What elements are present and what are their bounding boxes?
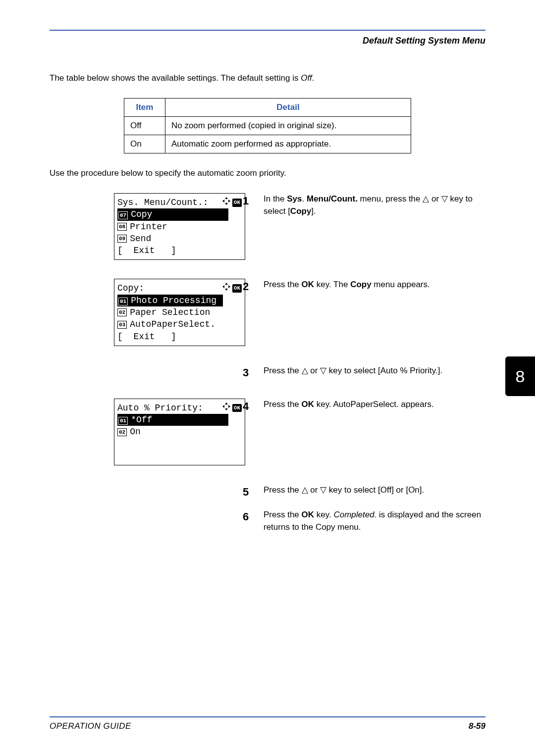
- lcd-row-selected: 01*Off: [117, 414, 228, 426]
- intro-italic: Off: [301, 73, 312, 83]
- triangle-down-icon: ▽: [320, 366, 326, 375]
- svg-marker-1: [225, 203, 228, 205]
- ok-icon: OK: [232, 284, 242, 293]
- svg-marker-0: [225, 197, 228, 199]
- step-5: 5 Press the △ or ▽ key to select [Off] o…: [243, 484, 485, 500]
- page-header-title: Default Setting System Menu: [50, 36, 485, 46]
- lcd-title: Sys. Menu/Count.:: [117, 197, 209, 208]
- step-3: 3 Press the △ or ▽ key to select [Auto %…: [243, 365, 485, 381]
- settings-table: Item Detail Off No zoom performed (copie…: [124, 98, 411, 153]
- procedure-text: Use the procedure below to specify the a…: [50, 168, 485, 178]
- nav-arrows-icon: [222, 197, 230, 208]
- intro-suffix: .: [312, 73, 315, 83]
- footer-rule: [50, 716, 485, 717]
- triangle-down-icon: ▽: [441, 194, 448, 203]
- cell-item: On: [124, 135, 165, 153]
- chapter-tab: 8: [505, 356, 535, 396]
- lcd-row-blank: [117, 450, 242, 462]
- footer-right: 8-59: [469, 721, 485, 731]
- lcd-exit: [ Exit ]: [117, 245, 242, 256]
- svg-marker-6: [222, 285, 224, 288]
- lcd-row: 02Paper Selection: [117, 306, 242, 318]
- th-item: Item: [124, 99, 165, 117]
- svg-marker-11: [228, 405, 230, 408]
- triangle-up-icon: △: [423, 194, 429, 203]
- footer-left: OPERATION GUIDE: [50, 721, 131, 731]
- cell-item: Off: [124, 117, 165, 135]
- triangle-up-icon: △: [302, 366, 308, 375]
- cell-detail: No zoom performed (copied in original si…: [165, 117, 411, 135]
- page-footer: OPERATION GUIDE 8-59: [50, 716, 485, 731]
- lcd-screen-sys-menu: Sys. Menu/Count.: OK 07Copy 08Printer 09…: [114, 193, 245, 260]
- intro-prefix: The table below shows the available sett…: [50, 73, 301, 83]
- header-rule: [50, 30, 485, 31]
- lcd-row: 03AutoPaperSelect.: [117, 318, 242, 330]
- table-row: Off No zoom performed (copied in origina…: [124, 117, 411, 135]
- lcd-row: 02On: [117, 426, 242, 438]
- svg-marker-8: [225, 403, 228, 404]
- lcd-title: Copy:: [117, 282, 144, 294]
- step-2: 2 Press the OK key. The Copy menu appear…: [243, 279, 485, 295]
- svg-marker-10: [222, 405, 224, 408]
- lcd-row: 08Printer: [117, 221, 242, 233]
- svg-marker-5: [225, 289, 228, 291]
- lcd-title: Auto % Priority:: [117, 402, 203, 414]
- intro-text: The table below shows the available sett…: [50, 73, 485, 83]
- step-1: 1 In the Sys. Menu/Count. menu, press th…: [243, 193, 485, 217]
- ok-icon: OK: [232, 199, 242, 207]
- ok-icon: OK: [232, 404, 242, 412]
- nav-arrows-icon: [222, 402, 230, 414]
- svg-marker-4: [225, 283, 228, 285]
- svg-marker-3: [228, 200, 230, 202]
- lcd-exit: [ Exit ]: [117, 331, 242, 343]
- triangle-up-icon: △: [302, 485, 308, 495]
- cell-detail: Automatic zoom performed as appropriate.: [165, 135, 411, 153]
- th-detail: Detail: [165, 99, 411, 117]
- lcd-screen-copy: Copy: OK 01Photo Processing 02Paper Sele…: [114, 279, 245, 346]
- lcd-row-blank: [117, 438, 242, 450]
- svg-marker-2: [222, 200, 224, 202]
- step-6: 6 Press the OK key. Completed. is displa…: [243, 509, 485, 533]
- lcd-row: 09Send: [117, 233, 242, 245]
- step-4: 4 Press the OK key. AutoPaperSelect. app…: [243, 399, 485, 414]
- lcd-row-selected: 07Copy: [117, 208, 228, 220]
- table-row: On Automatic zoom performed as appropria…: [124, 135, 411, 153]
- nav-arrows-icon: [222, 282, 230, 294]
- lcd-row-selected: 01Photo Processing: [117, 295, 223, 306]
- svg-marker-9: [225, 408, 228, 410]
- triangle-down-icon: ▽: [320, 485, 326, 495]
- svg-marker-7: [228, 285, 230, 288]
- lcd-screen-auto-priority: Auto % Priority: OK 01*Off 02On: [114, 399, 245, 465]
